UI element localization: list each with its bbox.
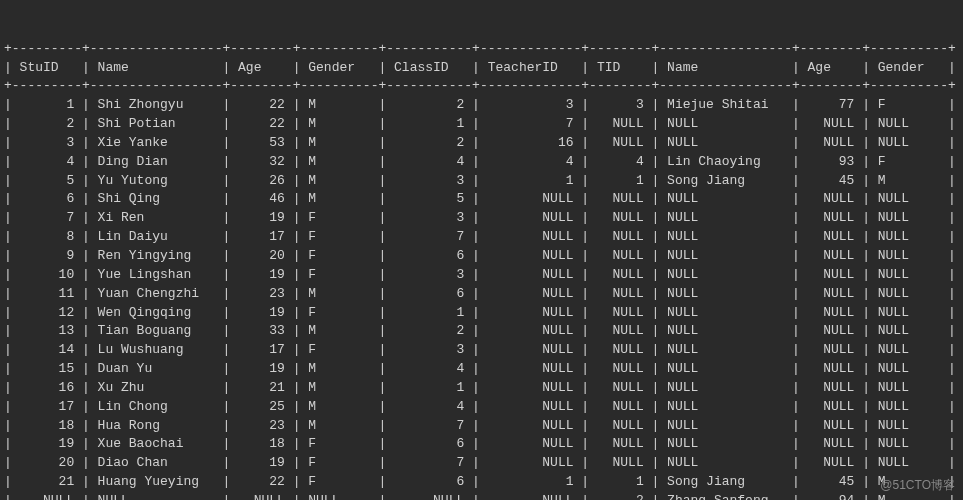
watermark: @51CTO博客 bbox=[880, 477, 955, 494]
sql-result-table: +---------+-----------------+--------+--… bbox=[4, 40, 959, 500]
